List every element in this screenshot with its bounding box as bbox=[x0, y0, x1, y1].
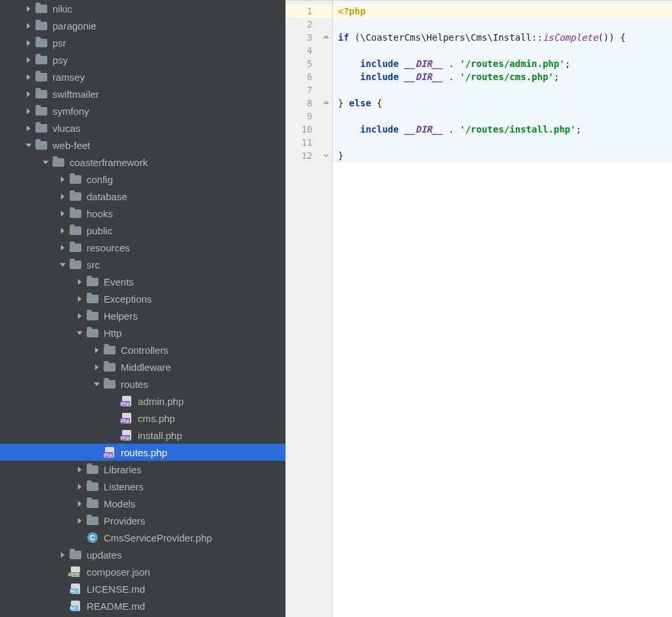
tree-item-libraries[interactable]: Libraries bbox=[0, 461, 285, 478]
code-token: if bbox=[338, 32, 354, 43]
chevron-right-icon[interactable] bbox=[75, 294, 84, 303]
tree-item-label: routes bbox=[121, 379, 148, 390]
tree-item-vlucas[interactable]: vlucas bbox=[0, 119, 285, 137]
tree-item-composer-json[interactable]: JSONcomposer.json bbox=[0, 563, 285, 580]
chevron-right-icon[interactable] bbox=[75, 465, 84, 474]
fold-open-icon[interactable] bbox=[323, 100, 329, 106]
tree-item-config[interactable]: config bbox=[0, 171, 285, 188]
chevron-right-icon[interactable] bbox=[58, 192, 67, 201]
code-line[interactable]: include __DIR__ . '/routes/install.php'; bbox=[333, 123, 672, 136]
code-line[interactable] bbox=[333, 110, 672, 123]
chevron-right-icon[interactable] bbox=[24, 106, 33, 116]
chevron-right-icon[interactable] bbox=[24, 4, 33, 13]
code-line[interactable]: } else { bbox=[333, 96, 672, 110]
tree-item-resources[interactable]: resources bbox=[0, 239, 285, 256]
tree-item-controllers[interactable]: Controllers bbox=[0, 341, 285, 358]
chevron-down-icon[interactable] bbox=[41, 158, 50, 167]
code-line[interactable] bbox=[333, 83, 672, 96]
tree-item-label: swiftmailer bbox=[52, 89, 99, 100]
fold-open-icon[interactable] bbox=[323, 34, 329, 41]
tree-item-swiftmailer[interactable]: swiftmailer bbox=[0, 85, 285, 102]
chevron-down-icon[interactable] bbox=[92, 379, 101, 389]
chevron-right-icon[interactable] bbox=[24, 55, 33, 64]
tree-item-psy[interactable]: psy bbox=[0, 51, 285, 68]
chevron-right-icon[interactable] bbox=[75, 499, 84, 508]
folder-icon bbox=[87, 515, 98, 526]
tree-item-routes-php[interactable]: phproutes.php bbox=[0, 444, 285, 461]
tree-item-readme-md[interactable]: MDREADME.md bbox=[0, 597, 285, 614]
tree-item-coasterframework[interactable]: coasterframework bbox=[0, 154, 285, 171]
chevron-down-icon[interactable] bbox=[24, 140, 33, 150]
code-line[interactable] bbox=[333, 18, 672, 31]
php-icon: php bbox=[121, 396, 133, 406]
tree-item-routes[interactable]: routes bbox=[0, 375, 285, 393]
tree-item-label: web-feet bbox=[52, 140, 91, 151]
tree-item-label: Http bbox=[104, 328, 122, 339]
tree-item-web-feet[interactable]: web-feet bbox=[0, 137, 285, 154]
tree-item-middleware[interactable]: Middleware bbox=[0, 358, 285, 375]
tree-item-paragonie[interactable]: paragonie bbox=[0, 17, 285, 34]
chevron-right-icon[interactable] bbox=[58, 550, 67, 559]
chevron-right-icon[interactable] bbox=[75, 311, 84, 320]
tree-item-install-php[interactable]: phpinstall.php bbox=[0, 427, 285, 444]
chevron-right-icon[interactable] bbox=[92, 345, 101, 354]
tree-item-events[interactable]: Events bbox=[0, 273, 285, 290]
chevron-right-icon[interactable] bbox=[24, 72, 33, 81]
tree-item-src[interactable]: src bbox=[0, 256, 285, 273]
tree-item-label: Controllers bbox=[121, 345, 169, 356]
chevron-down-icon[interactable] bbox=[58, 260, 67, 269]
code-line[interactable] bbox=[333, 136, 672, 149]
tree-item-exceptions[interactable]: Exceptions bbox=[0, 290, 285, 307]
tree-item-hooks[interactable]: hooks bbox=[0, 205, 285, 222]
chevron-right-icon[interactable] bbox=[58, 175, 67, 184]
chevron-right-icon[interactable] bbox=[92, 362, 101, 372]
tree-item-label: psy bbox=[52, 54, 68, 66]
tree-item-label: cms.php bbox=[138, 413, 175, 424]
chevron-right-icon[interactable] bbox=[75, 516, 84, 525]
tree-item-psr[interactable]: psr bbox=[0, 34, 285, 51]
tree-item-providers[interactable]: Providers bbox=[0, 512, 285, 529]
tree-item-models[interactable]: Models bbox=[0, 495, 285, 512]
tree-item-updateassets[interactable]: phpupdateAssets bbox=[0, 614, 285, 617]
line-number: 2 bbox=[285, 18, 332, 31]
code-token bbox=[338, 58, 360, 69]
tree-item-cmsserviceprovider-php[interactable]: CCmsServiceProvider.php bbox=[0, 529, 285, 546]
tree-item-label: updates bbox=[87, 549, 121, 561]
tree-item-admin-php[interactable]: phpadmin.php bbox=[0, 393, 285, 410]
code-line[interactable]: include __DIR__ . '/routes/cms.php'; bbox=[333, 70, 672, 83]
chevron-right-icon[interactable] bbox=[58, 243, 67, 252]
code-line[interactable] bbox=[333, 44, 672, 57]
chevron-right-icon[interactable] bbox=[24, 123, 33, 133]
code-token: include bbox=[360, 72, 404, 82]
chevron-right-icon[interactable] bbox=[75, 277, 84, 286]
chevron-right-icon[interactable] bbox=[58, 226, 67, 235]
tree-item-cms-php[interactable]: phpcms.php bbox=[0, 410, 285, 427]
tree-item-label: coasterframework bbox=[70, 157, 148, 168]
editor-code[interactable]: <?phpif (\CoasterCms\Helpers\Cms\Install… bbox=[333, 1, 672, 617]
tree-item-label: Providers bbox=[104, 515, 145, 526]
chevron-right-icon[interactable] bbox=[58, 209, 67, 218]
code-line[interactable]: if (\CoasterCms\Helpers\Cms\Install::isC… bbox=[333, 31, 672, 44]
tree-item-database[interactable]: database bbox=[0, 188, 285, 205]
chevron-right-icon[interactable] bbox=[75, 482, 84, 491]
tree-item-ramsey[interactable]: ramsey bbox=[0, 68, 285, 85]
tree-item-public[interactable]: public bbox=[0, 222, 285, 239]
tree-item-symfony[interactable]: symfony bbox=[0, 102, 285, 119]
chevron-right-icon[interactable] bbox=[24, 21, 33, 30]
chevron-right-icon[interactable] bbox=[24, 38, 33, 47]
tree-item-listeners[interactable]: Listeners bbox=[0, 478, 285, 495]
chevron-down-icon[interactable] bbox=[75, 328, 84, 337]
code-line[interactable]: <?php bbox=[333, 5, 672, 18]
code-line[interactable]: } bbox=[333, 149, 672, 162]
fold-close-icon[interactable] bbox=[323, 152, 329, 159]
project-tree[interactable]: nikicparagoniepsrpsyramseyswiftmailersym… bbox=[0, 0, 285, 617]
chevron-right-icon[interactable] bbox=[24, 89, 33, 98]
code-line[interactable]: include __DIR__ . '/routes/admin.php'; bbox=[333, 57, 672, 70]
tree-item-license-md[interactable]: MDLICENSE.md bbox=[0, 580, 285, 597]
tree-item-updates[interactable]: updates bbox=[0, 546, 285, 563]
tree-item-nikic[interactable]: nikic bbox=[0, 0, 285, 17]
tree-item-helpers[interactable]: Helpers bbox=[0, 307, 285, 324]
line-number: 3 bbox=[285, 31, 332, 44]
tree-item-http[interactable]: Http bbox=[0, 324, 285, 341]
folder-icon bbox=[87, 498, 98, 509]
